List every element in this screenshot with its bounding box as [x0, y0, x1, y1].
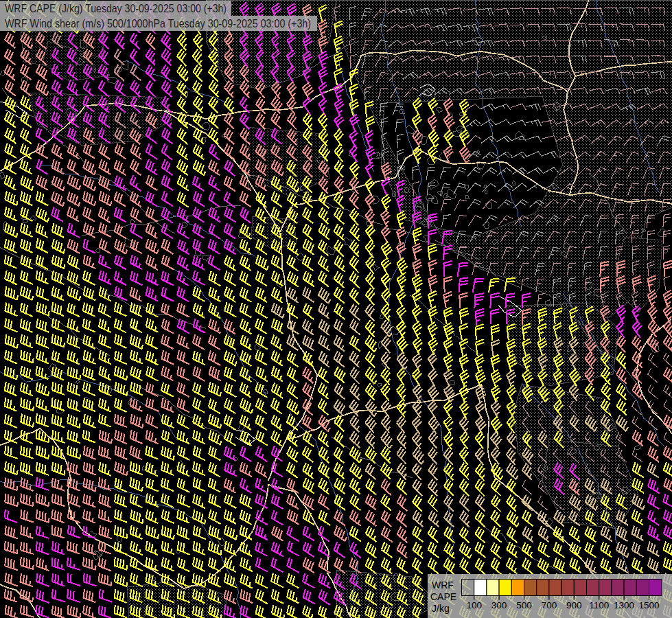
- svg-text:WRF: WRF: [432, 580, 454, 591]
- svg-text:CAPE: CAPE: [430, 591, 456, 602]
- svg-text:J/kg: J/kg: [432, 603, 450, 614]
- svg-text:1500: 1500: [638, 600, 659, 610]
- svg-text:WRF Wind shear (m/s) 500/1000h: WRF Wind shear (m/s) 500/1000hPa Tuesday…: [5, 17, 311, 30]
- svg-text:WRF CAPE (J/kg) Tuesday 30-09-: WRF CAPE (J/kg) Tuesday 30-09-2025 03:00…: [5, 2, 227, 14]
- svg-text:100: 100: [466, 600, 482, 610]
- svg-text:500: 500: [516, 600, 532, 610]
- svg-text:1300: 1300: [614, 600, 634, 610]
- svg-text:1100: 1100: [589, 600, 609, 610]
- svg-text:900: 900: [566, 600, 582, 610]
- svg-text:300: 300: [491, 600, 507, 610]
- svg-text:700: 700: [542, 600, 557, 610]
